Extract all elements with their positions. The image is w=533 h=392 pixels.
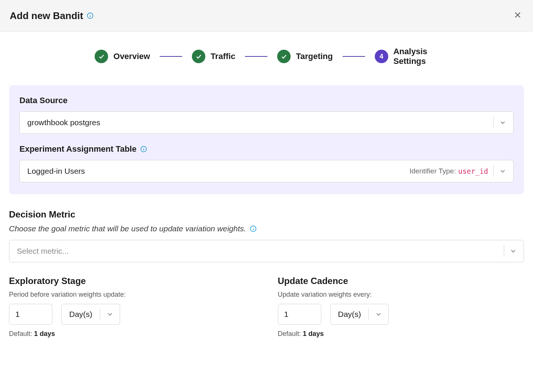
chevron-down-icon (499, 167, 506, 175)
cadence-unit-select[interactable]: Day(s) (330, 304, 389, 325)
svg-point-7 (143, 148, 144, 148)
exploratory-sub: Period before variation weights update: (9, 291, 255, 299)
modal-title: Add new Bandit (10, 10, 83, 22)
identifier-type-label: Identifier Type: (410, 167, 456, 175)
assignment-table-select[interactable]: Logged-in Users Identifier Type: user_id (19, 160, 514, 182)
select-placeholder: Select metric... (17, 247, 504, 256)
step-overview[interactable]: Overview (95, 50, 150, 63)
identifier-type: Identifier Type: user_id (410, 167, 488, 175)
step-label: Traffic (211, 52, 235, 61)
data-source-panel: Data Source growthbook postgres Experime… (9, 85, 524, 194)
svg-point-10 (253, 227, 253, 228)
divider (504, 245, 504, 257)
step-label: Analysis Settings (393, 47, 438, 67)
chevron-down-icon (499, 119, 506, 126)
step-analysis-settings[interactable]: 4 Analysis Settings (375, 47, 438, 67)
update-cadence-section: Update Cadence Update variation weights … (278, 276, 524, 338)
divider (493, 165, 494, 177)
exploratory-title: Exploratory Stage (9, 276, 255, 286)
unit-label: Day(s) (331, 310, 369, 319)
chevron-down-icon (106, 311, 114, 318)
decision-metric-section: Decision Metric Choose the goal metric t… (9, 209, 524, 262)
assignment-table-label: Experiment Assignment Table (19, 144, 137, 154)
unit-label: Day(s) (62, 310, 100, 319)
chevron-down-icon (375, 311, 382, 318)
step-targeting[interactable]: Targeting (277, 50, 333, 63)
cadence-value-input[interactable] (278, 304, 321, 325)
select-value: growthbook postgres (27, 118, 493, 127)
identifier-type-value: user_id (458, 167, 488, 175)
cadence-title: Update Cadence (278, 276, 524, 286)
svg-point-2 (90, 14, 91, 15)
exploratory-default: Default: 1 days (9, 330, 255, 338)
data-source-label: Data Source (19, 96, 514, 105)
check-icon (192, 50, 205, 63)
exploratory-stage-section: Exploratory Stage Period before variatio… (9, 276, 255, 338)
close-icon[interactable] (512, 9, 523, 22)
decision-metric-description: Choose the goal metric that will be used… (9, 224, 246, 233)
divider (493, 117, 494, 129)
step-traffic[interactable]: Traffic (192, 50, 235, 63)
exploratory-value-input[interactable] (9, 304, 52, 325)
step-connector (245, 56, 267, 57)
info-icon[interactable] (87, 12, 94, 19)
step-label: Overview (113, 52, 150, 61)
info-icon[interactable] (250, 225, 257, 232)
data-source-select[interactable]: growthbook postgres (19, 111, 514, 134)
chevron-down-icon (509, 247, 517, 255)
cadence-default: Default: 1 days (278, 330, 524, 338)
check-icon (95, 50, 108, 63)
check-icon (277, 50, 291, 63)
decision-metric-title: Decision Metric (9, 209, 524, 220)
wizard-stepper: Overview Traffic Targeting 4 Analysis Se… (0, 32, 533, 85)
select-value: Logged-in Users (27, 167, 410, 176)
step-connector (343, 56, 365, 57)
cadence-sub: Update variation weights every: (278, 291, 524, 299)
modal-header: Add new Bandit (0, 0, 533, 32)
step-connector (160, 56, 182, 57)
step-number-badge: 4 (375, 50, 388, 63)
step-label: Targeting (296, 52, 333, 61)
info-icon[interactable] (140, 146, 147, 152)
decision-metric-select[interactable]: Select metric... (9, 240, 524, 262)
exploratory-unit-select[interactable]: Day(s) (61, 304, 120, 325)
